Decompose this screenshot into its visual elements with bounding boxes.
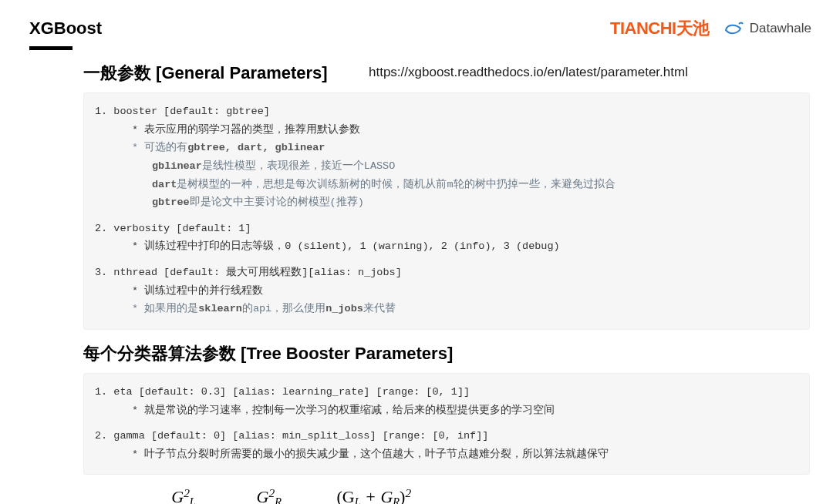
param-gamma: 2. gamma [default: 0] [alias: min_split_… xyxy=(95,427,798,445)
param-dart-note: dart是树模型的一种，思想是每次训练新树的时候，随机从前m轮的树中扔掉一些，来… xyxy=(95,176,798,194)
param-verbosity: 2. verbosity [default: 1] xyxy=(95,220,798,238)
param-verbosity-desc: * 训练过程中打印的日志等级，0 (silent), 1 (warning), … xyxy=(95,237,798,256)
general-params-block: 1. booster [default: gbtree] * 表示应用的弱学习器… xyxy=(83,92,810,330)
title-underline xyxy=(29,46,73,50)
formula-label: Gain xyxy=(89,500,126,504)
datawhale-logo: Datawhale xyxy=(723,19,811,38)
param-gblinear-note: gblinear是线性模型，表现很差，接近一个LASSO xyxy=(95,157,798,176)
tianchi-logo: TIANCHI天池 xyxy=(610,17,710,40)
param-eta-desc: * 就是常说的学习速率，控制每一次学习的权重缩减，给后来的模型提供更多的学习空间 xyxy=(95,402,798,420)
param-nthread-desc1: * 训练过程中的并行线程数 xyxy=(95,282,798,301)
param-booster-options: * 可选的有gbtree, dart, gblinear xyxy=(95,139,798,157)
tree-booster-block: 1. eta [default: 0.3] [alias: learning_r… xyxy=(83,373,810,475)
param-nthread: 3. nthread [default: 最大可用线程数][alias: n_j… xyxy=(95,264,798,282)
param-booster-desc: * 表示应用的弱学习器的类型，推荐用默认参数 xyxy=(95,121,798,139)
section-1-heading: 一般参数 [General Parameters] xyxy=(83,62,810,85)
param-gbtree-note: gbtree即是论文中主要讨论的树模型(推荐) xyxy=(95,193,798,212)
param-nthread-desc2: * 如果用的是sklearn的api，那么使用n_jobs来代替 xyxy=(95,300,798,318)
datawhale-label: Datawhale xyxy=(750,21,811,36)
param-eta: 1. eta [default: 0.3] [alias: learning_r… xyxy=(95,383,798,402)
whale-icon xyxy=(723,19,744,38)
param-gamma-desc: * 叶子节点分裂时所需要的最小的损失减少量，这个值越大，叶子节点越难分裂，所以算… xyxy=(95,445,798,464)
param-booster: 1. booster [default: gbtree] xyxy=(95,102,798,121)
section-2-heading: 每个分类器算法参数 [Tree Booster Parameters] xyxy=(83,342,810,365)
gain-formula: Gain = G2L HL + λ + G2R HR + λ − (GL + G… xyxy=(83,487,810,504)
